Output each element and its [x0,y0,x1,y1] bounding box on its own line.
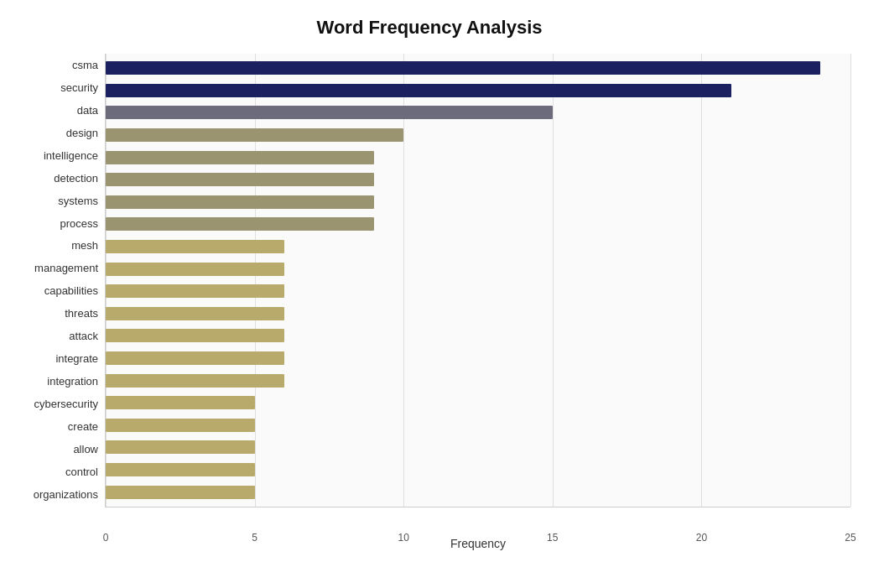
bar [106,240,284,253]
y-label: capabilities [44,282,98,300]
bar [106,195,374,209]
bar-row [106,393,850,412]
bar [106,151,374,164]
y-label: create [68,417,98,435]
y-label: management [34,259,98,278]
bar-row [106,372,850,390]
y-label: csma [72,55,98,74]
y-label: intelligence [44,146,98,164]
y-label: cybersecurity [34,395,98,414]
bar [106,440,255,454]
bar [106,173,374,186]
bar [106,307,284,320]
bar [106,106,553,119]
y-label: threats [65,304,98,323]
y-label: organizations [34,485,98,503]
y-label: integrate [55,350,98,368]
bar [106,128,403,142]
y-label: detection [54,169,98,187]
bar-row [106,103,850,122]
bar-row [106,438,850,456]
y-label: mesh [71,237,98,255]
bar-row [106,215,850,233]
bar-row [106,148,850,167]
bar-row [106,282,850,300]
bar [106,486,255,499]
y-label: data [77,101,98,119]
bar-row [106,416,850,434]
bar [106,61,820,75]
bar [106,419,255,432]
bar [106,329,284,342]
bar-row [106,349,850,367]
bar-row [106,126,850,144]
bar-row [106,170,850,189]
bar-row [106,483,850,502]
bar [106,263,284,276]
bar-row [106,59,850,77]
y-axis: csmasecuritydatadesignintelligencedetect… [8,54,105,507]
y-label: design [66,123,98,142]
bar [106,284,284,298]
bar [106,463,255,476]
bar [106,374,284,388]
y-label: systems [58,191,98,210]
bar-row [106,461,850,479]
bar-row [106,237,850,256]
bar-row [106,193,850,211]
bar-row [106,304,850,323]
y-label: integration [47,372,98,391]
bar-row [106,81,850,100]
bars-area: 0510152025 Frequency [105,54,850,507]
chart-area: csmasecuritydatadesignintelligencedetect… [8,54,850,507]
bar [106,396,255,409]
y-label: allow [73,440,98,458]
bar [106,351,284,365]
y-label: security [60,78,98,96]
y-label: control [65,462,98,481]
chart-container: Word Frequency Analysis csmasecuritydata… [0,0,884,588]
y-label: attack [69,327,98,346]
grid-line [850,54,851,507]
bar [106,84,731,97]
x-axis-title: Frequency [106,537,850,550]
y-label: process [60,214,98,232]
bar-row [106,326,850,345]
bar-row [106,260,850,278]
chart-title: Word Frequency Analysis [8,17,850,39]
bar [106,217,374,231]
